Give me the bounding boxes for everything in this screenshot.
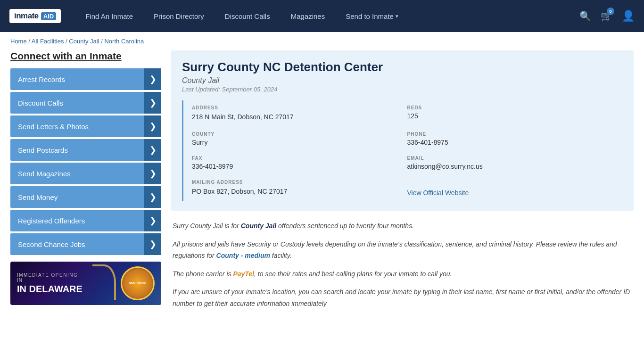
sidebar-btn-send-magazines[interactable]: Send Magazines ❯ xyxy=(10,163,161,184)
breadcrumb-north-carolina[interactable]: North Carolina xyxy=(104,38,144,45)
county-cell: COUNTY Surry xyxy=(192,127,407,151)
sidebar-btn-arrow: ❯ xyxy=(144,233,161,255)
county-label: COUNTY xyxy=(192,132,403,137)
fax-value: 336-401-8979 xyxy=(192,163,403,170)
user-icon[interactable]: 👤 xyxy=(622,10,635,22)
sidebar-btn-label: Send Letters & Photos xyxy=(18,123,89,131)
nav-prison-directory[interactable]: Prison Directory xyxy=(143,0,215,32)
paytel-link[interactable]: PayTel xyxy=(233,270,254,278)
phone-label: PHONE xyxy=(407,132,618,137)
phone-value: 336-401-8975 xyxy=(407,139,618,146)
nav-links: Find An Inmate Prison Directory Discount… xyxy=(75,0,579,32)
facility-last-updated: Last Updated: September 05, 2024 xyxy=(182,86,622,93)
nav-send-to-inmate[interactable]: Send to Inmate ▾ xyxy=(335,0,409,32)
county-medium-link[interactable]: County - medium xyxy=(216,252,270,259)
logo[interactable]: inmate AID xyxy=(9,9,61,23)
content-area: Surry County NC Detention Center County … xyxy=(171,50,634,316)
sidebar-ad[interactable]: IMMEDIATE OPENING IN IN DELAWARE Mountai… xyxy=(10,262,161,305)
fax-cell: FAX 336-401-8979 xyxy=(192,151,407,175)
ad-immediate: IMMEDIATE OPENING xyxy=(17,272,83,278)
desc-para-3: The phone carrier is PayTel, to see thei… xyxy=(173,268,632,280)
desc-para1-pre: Surry County Jail is for xyxy=(173,222,241,230)
ad-logo-text: Mountaire xyxy=(129,281,146,286)
email-cell: EMAIL atkinsong@co.surry.nc.us xyxy=(407,151,623,175)
fax-label: FAX xyxy=(192,156,403,161)
sidebar-btn-arrow: ❯ xyxy=(144,186,161,208)
facility-card: Surry County NC Detention Center County … xyxy=(171,50,634,211)
sidebar-btn-send-letters[interactable]: Send Letters & Photos ❯ xyxy=(10,115,161,137)
breadcrumb-county-jail[interactable]: County Jail xyxy=(69,38,99,45)
sidebar-btn-arrow: ❯ xyxy=(144,68,161,90)
sidebar-btn-arrow: ❯ xyxy=(144,115,161,137)
beds-cell: BEDS 125 xyxy=(407,100,623,127)
mailing-label: MAILING ADDRESS xyxy=(192,180,403,185)
logo-aid-badge: AID xyxy=(41,12,56,20)
nav-magazines[interactable]: Magazines xyxy=(281,0,336,32)
ad-text: IMMEDIATE OPENING IN IN DELAWARE xyxy=(17,272,83,295)
sidebar-btn-label: Registered Offenders xyxy=(18,217,85,225)
nav-discount-calls[interactable]: Discount Calls xyxy=(215,0,281,32)
address-label: ADDRESS xyxy=(192,105,403,110)
sidebar-btn-send-money[interactable]: Send Money ❯ xyxy=(10,186,161,208)
desc-para3-post: , to see their rates and best-calling pl… xyxy=(254,270,452,278)
phone-cell: PHONE 336-401-8975 xyxy=(407,127,623,151)
county-value: Surry xyxy=(192,139,403,146)
sidebar-btn-arrow: ❯ xyxy=(144,92,161,114)
logo-inmate-text: inmate xyxy=(14,11,39,21)
facility-name: Surry County NC Detention Center xyxy=(182,60,622,74)
sidebar-btn-registered-offenders[interactable]: Registered Offenders ❯ xyxy=(10,210,161,231)
desc-para-4: If you are unsure of your inmate’s locat… xyxy=(173,286,632,309)
email-value: atkinsong@co.surry.nc.us xyxy=(407,163,618,170)
nav-icons-group: 🔍 🛒 0 👤 xyxy=(579,10,635,22)
ad-in-text: IN xyxy=(17,278,83,283)
sidebar-btn-label: Send Money xyxy=(18,193,58,201)
breadcrumb-all-facilities[interactable]: All Facilities xyxy=(32,38,64,45)
navbar: inmate AID Find An Inmate Prison Directo… xyxy=(0,0,644,32)
mailing-cell: MAILING ADDRESS PO Box 827, Dobson, NC 2… xyxy=(192,175,407,201)
sidebar-btn-arrow: ❯ xyxy=(144,210,161,231)
sidebar-btn-arrest-records[interactable]: Arrest Records ❯ xyxy=(10,68,161,90)
website-cell: View Official Website xyxy=(407,175,623,201)
sidebar-btn-label: Discount Calls xyxy=(18,99,63,107)
sidebar-btn-send-postcards[interactable]: Send Postcards ❯ xyxy=(10,139,161,161)
send-to-inmate-arrow: ▾ xyxy=(396,13,398,19)
breadcrumb: Home / All Facilities / County Jail / No… xyxy=(0,32,644,50)
ad-arc-decoration xyxy=(92,264,116,300)
ad-logo: Mountaire xyxy=(121,266,155,300)
view-official-website-link[interactable]: View Official Website xyxy=(407,189,469,197)
sidebar-btn-label: Arrest Records xyxy=(18,75,65,83)
sidebar-title: Connect with an Inmate xyxy=(10,50,161,62)
sidebar-btn-arrow: ❯ xyxy=(144,163,161,184)
cart-icon[interactable]: 🛒 0 xyxy=(601,10,612,22)
search-icon[interactable]: 🔍 xyxy=(579,10,591,22)
desc-para2-post: facility. xyxy=(270,252,292,259)
mailing-value: PO Box 827, Dobson, NC 27017 xyxy=(192,187,403,197)
cart-badge: 0 xyxy=(607,8,614,15)
desc-para3-pre: The phone carrier is xyxy=(173,270,233,278)
sidebar-btn-label: Second Chance Jobs xyxy=(18,240,85,248)
address-cell: ADDRESS 218 N Main St, Dobson, NC 27017 xyxy=(192,100,407,127)
facility-description: Surry County Jail is for County Jail off… xyxy=(171,220,634,309)
info-grid: ADDRESS 218 N Main St, Dobson, NC 27017 … xyxy=(182,100,622,201)
sidebar-btn-label: Send Magazines xyxy=(18,170,71,178)
sidebar-btn-label: Send Postcards xyxy=(18,146,68,154)
desc-para-2: All prisons and jails have Security or C… xyxy=(173,239,632,262)
main-container: Connect with an Inmate Arrest Records ❯ … xyxy=(0,50,644,330)
sidebar-btn-discount-calls[interactable]: Discount Calls ❯ xyxy=(10,92,161,114)
address-value: 218 N Main St, Dobson, NC 27017 xyxy=(192,112,403,122)
ad-delaware: IN DELAWARE xyxy=(17,284,83,295)
nav-find-inmate[interactable]: Find An Inmate xyxy=(75,0,143,32)
desc-para1-post: offenders sentenced up to twenty four mo… xyxy=(276,222,414,230)
desc-para-1: Surry County Jail is for County Jail off… xyxy=(173,220,632,232)
beds-value: 125 xyxy=(407,112,618,120)
email-label: EMAIL xyxy=(407,156,618,161)
sidebar-btn-arrow: ❯ xyxy=(144,139,161,161)
beds-label: BEDS xyxy=(407,105,618,110)
facility-type: County Jail xyxy=(182,76,622,85)
sidebar-btn-second-chance[interactable]: Second Chance Jobs ❯ xyxy=(10,233,161,255)
breadcrumb-home[interactable]: Home xyxy=(10,38,27,45)
county-jail-link[interactable]: County Jail xyxy=(241,222,276,230)
sidebar: Connect with an Inmate Arrest Records ❯ … xyxy=(10,50,161,316)
